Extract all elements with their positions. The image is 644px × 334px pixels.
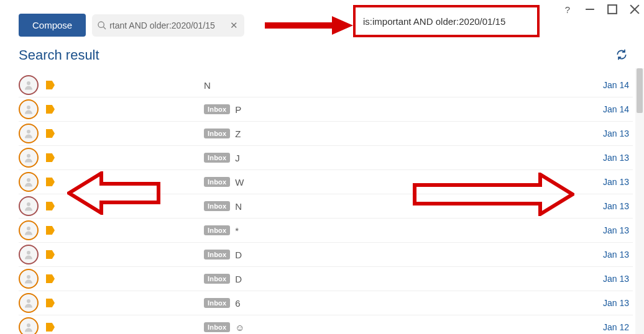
email-date: Jan 13 [603, 298, 629, 308]
svg-point-10 [27, 130, 30, 133]
email-date: Jan 13 [603, 129, 629, 138]
email-subject: * [235, 225, 603, 236]
search-box[interactable]: ✕ [92, 14, 244, 37]
folder-badge: Inbox [204, 250, 230, 260]
svg-point-4 [98, 22, 104, 27]
svg-rect-1 [608, 5, 617, 14]
clear-icon[interactable]: ✕ [229, 20, 239, 31]
email-date: Jan 12 [603, 322, 629, 332]
important-flag-icon [46, 323, 55, 332]
topbar: Compose ✕ [19, 14, 244, 37]
window-controls: ? [561, 2, 642, 16]
avatar [19, 220, 39, 240]
important-flag-icon [46, 202, 55, 210]
email-row[interactable]: Inbox*Jan 13 [19, 219, 633, 243]
email-subject: N [204, 80, 603, 91]
svg-point-18 [27, 323, 30, 327]
email-date: Jan 13 [603, 153, 629, 163]
email-row[interactable]: InboxNJan 13 [19, 194, 633, 219]
avatar [19, 317, 39, 334]
avatar [19, 269, 39, 289]
email-row[interactable]: NJan 14 [19, 73, 633, 97]
avatar [19, 75, 39, 95]
folder-badge: Inbox [204, 104, 230, 114]
avatar [19, 148, 39, 168]
email-date: Jan 14 [603, 104, 629, 114]
email-row[interactable]: Inbox☺Jan 12 [19, 315, 633, 334]
svg-point-17 [27, 299, 30, 303]
avatar [19, 196, 39, 216]
important-flag-icon [46, 129, 55, 138]
email-row[interactable]: InboxJJan 13 [19, 146, 633, 170]
email-row[interactable]: Inbox6Jan 13 [19, 291, 633, 315]
folder-badge: Inbox [204, 225, 230, 235]
email-date: Jan 14 [603, 80, 629, 90]
folder-badge: Inbox [204, 177, 230, 187]
email-row[interactable]: InboxPJan 14 [19, 97, 633, 122]
folder-badge: Inbox [204, 129, 230, 138]
annotation-arrow-to-callout [265, 16, 353, 37]
avatar [19, 124, 39, 143]
svg-marker-7 [332, 16, 353, 35]
folder-badge: Inbox [204, 322, 230, 332]
avatar [19, 245, 39, 264]
maximize-button[interactable] [605, 2, 619, 16]
email-subject: D [235, 274, 603, 284]
important-flag-icon [46, 81, 55, 89]
important-flag-icon [46, 105, 55, 114]
svg-point-14 [27, 227, 30, 230]
scrollbar[interactable] [635, 68, 644, 334]
email-subject: N [235, 201, 603, 212]
email-row[interactable]: InboxDJan 13 [19, 243, 633, 267]
svg-point-13 [27, 202, 30, 206]
email-date: Jan 13 [603, 201, 629, 211]
email-date: Jan 13 [603, 274, 629, 284]
email-subject: W [235, 177, 603, 187]
search-input[interactable] [107, 20, 229, 30]
email-subject: P [235, 104, 603, 115]
annotation-callout-box: is:important AND older:2020/01/15 [353, 5, 540, 37]
minimize-button[interactable] [583, 2, 597, 16]
avatar [19, 293, 39, 313]
close-button[interactable] [628, 2, 642, 16]
svg-point-15 [27, 251, 30, 255]
email-subject: 6 [235, 298, 603, 309]
important-flag-icon [46, 299, 55, 307]
email-date: Jan 13 [603, 250, 629, 260]
email-row[interactable]: InboxWJan 13 [19, 170, 633, 194]
important-flag-icon [46, 226, 55, 235]
svg-point-12 [27, 178, 30, 182]
svg-line-5 [104, 27, 106, 29]
important-flag-icon [46, 178, 55, 186]
compose-button[interactable]: Compose [19, 14, 86, 37]
email-row[interactable]: InboxZJan 13 [19, 122, 633, 146]
important-flag-icon [46, 274, 55, 283]
folder-badge: Inbox [204, 274, 230, 284]
search-icon [97, 20, 107, 30]
svg-point-11 [27, 154, 30, 158]
page-title: Search result [19, 47, 99, 63]
email-row[interactable]: InboxDJan 13 [19, 267, 633, 291]
folder-badge: Inbox [204, 298, 230, 308]
email-subject: J [235, 153, 603, 163]
email-subject: ☺ [235, 322, 603, 333]
avatar [19, 172, 39, 192]
email-date: Jan 13 [603, 225, 629, 235]
svg-point-8 [27, 81, 30, 85]
important-flag-icon [46, 250, 55, 259]
refresh-button[interactable] [615, 48, 628, 63]
help-icon[interactable]: ? [561, 2, 574, 16]
email-subject: Z [235, 129, 603, 139]
scrollbar-thumb[interactable] [637, 68, 643, 113]
avatar [19, 99, 39, 119]
email-subject: D [235, 250, 603, 260]
email-list: NJan 14InboxPJan 14InboxZJan 13InboxJJan… [19, 73, 633, 334]
email-date: Jan 13 [603, 177, 629, 187]
folder-badge: Inbox [204, 201, 230, 211]
svg-point-16 [27, 275, 30, 279]
folder-badge: Inbox [204, 153, 230, 163]
important-flag-icon [46, 153, 55, 162]
annotation-callout-text: is:important AND older:2020/01/15 [363, 16, 505, 27]
svg-point-9 [27, 106, 30, 109]
